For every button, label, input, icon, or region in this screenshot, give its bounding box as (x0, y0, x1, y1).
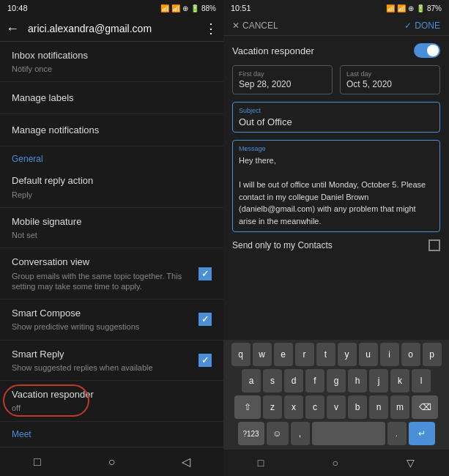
vacation-form: Vacation responder First day Sep 28, 202… (223, 36, 449, 340)
key-v[interactable]: v (327, 395, 346, 419)
last-day-label: Last day (346, 70, 434, 78)
vacation-toggle-row: Vacation responder (232, 43, 440, 58)
nav-circle-left[interactable]: ○ (97, 447, 126, 477)
subject-label: Subject (239, 107, 434, 114)
nav-square-left[interactable]: □ (23, 447, 52, 477)
setting-default-reply[interactable]: Default reply action Reply (0, 167, 223, 207)
setting-manage-notifications[interactable]: Manage notifications (0, 114, 223, 146)
bottom-nav-left: □ ○ ◁ (0, 447, 223, 476)
left-panel: 10:48 📶 📶 ⊕ 🔋 88% ← arici.alexandra@gmai… (0, 0, 223, 476)
smart-reply-checkbox[interactable]: ✓ (198, 354, 212, 367)
first-day-value: Sep 28, 2020 (239, 79, 326, 89)
cancel-label: CANCEL (242, 21, 278, 31)
key-g[interactable]: g (327, 369, 346, 393)
vacation-responder-subtitle: off (12, 403, 212, 413)
nav-square-right[interactable]: □ (258, 457, 264, 469)
key-a[interactable]: a (242, 369, 261, 393)
space-key[interactable] (312, 422, 385, 445)
done-label: DONE (415, 21, 440, 31)
subject-field[interactable]: Subject Out of Office (232, 102, 440, 133)
left-header: ← arici.alexandra@gmail.com ⋮ (0, 16, 223, 42)
key-b[interactable]: b (348, 395, 367, 419)
emoji-key[interactable]: ☺ (267, 422, 289, 445)
vacation-toggle[interactable] (414, 43, 440, 58)
key-q[interactable]: q (231, 343, 251, 366)
nav-triangle-right[interactable]: ▽ (407, 457, 415, 469)
smart-compose-title: Smart Compose (12, 307, 198, 320)
status-bar-left: 10:48 📶 📶 ⊕ 🔋 88% (0, 0, 223, 16)
nav-back-left[interactable]: ◁ (171, 447, 201, 477)
setting-smart-compose[interactable]: Smart Compose Show predictive writing su… (0, 300, 223, 340)
back-button[interactable]: ← (6, 21, 19, 37)
setting-conversation-view[interactable]: Conversation view Group emails with the … (0, 248, 223, 300)
setting-inbox-notifications[interactable]: Inbox notifications Notify once (0, 42, 223, 82)
conversation-view-checkbox[interactable]: ✓ (198, 267, 212, 280)
key-j[interactable]: j (369, 369, 388, 393)
first-day-field[interactable]: First day Sep 28, 2020 (232, 65, 333, 94)
key-z[interactable]: z (263, 395, 282, 419)
key-k[interactable]: k (390, 369, 409, 393)
key-o[interactable]: o (401, 343, 420, 366)
key-m[interactable]: m (390, 395, 409, 419)
inbox-notifications-title: Inbox notifications (12, 49, 212, 62)
smart-compose-subtitle: Show predictive writing suggestions (12, 321, 198, 332)
smart-reply-subtitle: Show suggested replies when available (12, 362, 198, 373)
setting-mobile-signature[interactable]: Mobile signature Not set (0, 208, 223, 248)
num-key[interactable]: ?123 (238, 422, 264, 445)
nav-circle-right[interactable]: ○ (332, 457, 338, 469)
enter-key[interactable]: ↵ (409, 422, 435, 445)
key-h[interactable]: h (348, 369, 367, 393)
bottom-nav-right: □ ○ ▽ (223, 450, 449, 476)
first-day-label: First day (239, 70, 326, 78)
key-n[interactable]: n (369, 395, 388, 419)
keyboard-row-4: ?123 ☺ , . ↵ (225, 422, 448, 445)
last-day-field[interactable]: Last day Oct 5, 2020 (340, 65, 440, 94)
done-button[interactable]: ✓ DONE (404, 21, 440, 31)
key-x[interactable]: x (284, 395, 303, 419)
message-value: Hey there, I will be out of office until… (239, 155, 434, 227)
key-f[interactable]: f (305, 369, 324, 393)
vacation-responder-title: Vacation responder (12, 388, 212, 401)
settings-list: Inbox notifications Notify once Manage l… (0, 42, 223, 447)
more-button[interactable]: ⋮ (204, 21, 218, 37)
conversation-view-subtitle: Group emails with the same topic togethe… (12, 271, 198, 292)
manage-labels-title: Manage labels (12, 92, 212, 105)
default-reply-title: Default reply action (12, 174, 212, 187)
smart-compose-checkbox[interactable]: ✓ (198, 313, 212, 326)
subject-value: Out of Office (239, 116, 434, 127)
mobile-signature-title: Mobile signature (12, 215, 212, 228)
keyboard-row-1: q w e r t y u i o p (225, 343, 448, 366)
key-e[interactable]: e (274, 343, 293, 366)
setting-smart-reply[interactable]: Smart Reply Show suggested replies when … (0, 341, 223, 381)
backspace-key[interactable]: ⌫ (412, 395, 438, 419)
key-s[interactable]: s (263, 369, 282, 393)
conversation-view-title: Conversation view (12, 256, 198, 269)
setting-vacation-responder[interactable]: Vacation responder off (0, 381, 223, 421)
right-status-icons: 📶 📶 ⊕ 🔋 87% (386, 4, 442, 12)
right-time: 10:51 (231, 4, 251, 12)
meet-section-label: Meet (0, 422, 223, 442)
keyboard-row-2: a s d f g h j k l (225, 369, 448, 393)
key-i[interactable]: i (380, 343, 399, 366)
key-p[interactable]: p (423, 343, 442, 366)
shift-key[interactable]: ⇧ (234, 395, 261, 419)
key-u[interactable]: u (359, 343, 378, 366)
manage-notifications-title: Manage notifications (12, 124, 212, 137)
key-c[interactable]: c (305, 395, 324, 419)
message-field[interactable]: Message Hey there, I will be out of offi… (232, 140, 440, 232)
left-status-icons: 📶 📶 ⊕ 🔋 88% (160, 4, 216, 12)
setting-manage-labels[interactable]: Manage labels (0, 82, 223, 114)
key-t[interactable]: t (316, 343, 335, 366)
account-name: arici.alexandra@gmail.com (28, 23, 204, 34)
key-y[interactable]: y (338, 343, 357, 366)
dot-key[interactable]: . (387, 422, 407, 445)
key-d[interactable]: d (284, 369, 303, 393)
comma-key[interactable]: , (291, 422, 310, 445)
cancel-button[interactable]: ✕ CANCEL (232, 21, 278, 31)
contacts-checkbox[interactable] (428, 239, 440, 251)
smart-reply-title: Smart Reply (12, 348, 198, 361)
key-l[interactable]: l (412, 369, 431, 393)
default-reply-subtitle: Reply (12, 190, 212, 200)
key-w[interactable]: w (253, 343, 272, 366)
key-r[interactable]: r (295, 343, 314, 366)
